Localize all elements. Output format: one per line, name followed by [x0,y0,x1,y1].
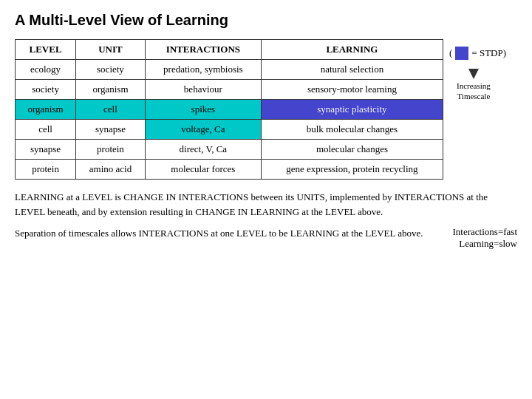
table-row: protein amino acid molecular forces gene… [16,160,443,180]
stdp-paren-open: ( [449,47,452,59]
table-row: organism cell spikes synaptic plasticity [16,100,443,120]
cell-interactions: molecular forces [145,160,261,180]
multi-level-table: LEVEL UNIT INTERACTIONS LEARNING ecology… [15,39,443,180]
cell-learning: gene expression, protein recycling [261,160,443,180]
cell-learning: molecular changes [261,140,443,160]
right-panel: ( = STDP) IncreasingTimescale [449,39,517,102]
table-row: ecology society predation, symbiosis nat… [16,60,443,80]
cell-learning: natural selection [261,60,443,80]
table-row: synapse protein direct, V, Ca molecular … [16,140,443,160]
cell-interactions: behaviour [145,80,261,100]
cell-unit: synapse [76,120,146,140]
timescale-indicator: IncreasingTimescale [457,69,491,102]
bottom-right-text: Interactions=fastLearning=slow [453,226,517,250]
main-layout: LEVEL UNIT INTERACTIONS LEARNING ecology… [15,39,517,180]
stdp-legend: ( = STDP) [449,47,506,60]
cell-interactions: predation, symbiosis [145,60,261,80]
cell-unit: society [76,60,146,80]
col-header-learning: LEARNING [261,40,443,60]
table-row: society organism behaviour sensory-motor… [16,80,443,100]
stdp-text: = STDP) [471,47,506,59]
cell-interactions-voltage: voltage, Ca [145,120,261,140]
bottom-paragraph: LEARNING at a LEVEL is CHANGE IN INTERAC… [15,190,517,219]
cell-unit-cell: cell [76,100,146,120]
cell-level: ecology [16,60,76,80]
cell-interactions: direct, V, Ca [145,140,261,160]
cell-interactions-spikes: spikes [145,100,261,120]
cell-level: synapse [16,140,76,160]
cell-learning: sensory-motor learning [261,80,443,100]
bottom-row: Separation of timescales allows INTERACT… [15,226,517,250]
col-header-unit: UNIT [76,40,146,60]
table-row: cell synapse voltage, Ca bulk molecular … [16,120,443,140]
timescale-label: IncreasingTimescale [457,81,491,102]
cell-learning-synaptic: synaptic plasticity [261,100,443,120]
page-title: A Multi-Level View of Learning [15,12,517,29]
col-header-interactions: INTERACTIONS [145,40,261,60]
cell-level-organism: organism [16,100,76,120]
cell-level: society [16,80,76,100]
cell-unit: amino acid [76,160,146,180]
bottom-left-text: Separation of timescales allows INTERACT… [15,226,441,241]
col-header-level: LEVEL [16,40,76,60]
stdp-color-box [455,47,468,60]
cell-unit: protein [76,140,146,160]
cell-level: protein [16,160,76,180]
cell-level: cell [16,120,76,140]
cell-unit: organism [76,80,146,100]
timescale-arrow-icon [468,69,479,79]
cell-learning: bulk molecular changes [261,120,443,140]
